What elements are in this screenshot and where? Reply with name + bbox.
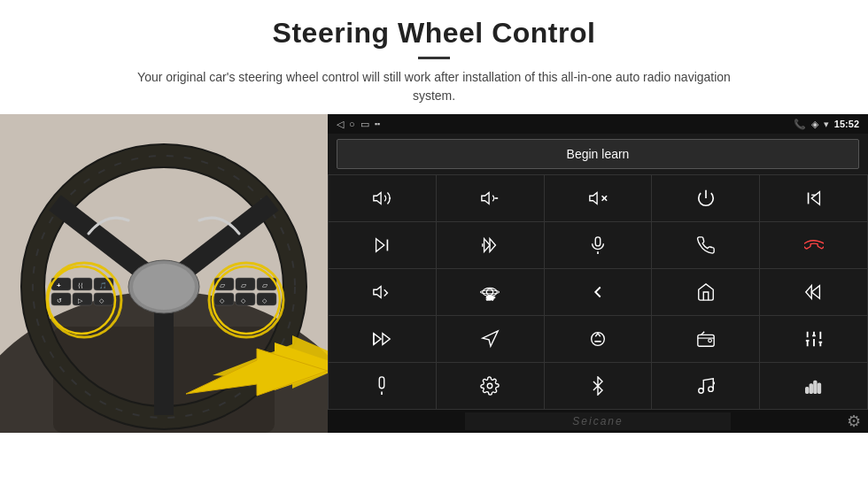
horn-button[interactable] <box>329 269 436 315</box>
next-track-button[interactable] <box>329 222 436 268</box>
settings2-icon <box>480 376 500 396</box>
svg-text:▱: ▱ <box>241 281 247 289</box>
spectrum-icon <box>804 376 824 396</box>
navigate-icon <box>480 329 500 349</box>
svg-rect-91 <box>818 384 820 394</box>
hang-up-button[interactable] <box>760 222 867 268</box>
svg-point-69 <box>592 333 605 346</box>
svg-rect-29 <box>236 293 255 305</box>
hang-up-icon <box>804 235 824 255</box>
mute-button[interactable] <box>545 175 652 221</box>
svg-rect-90 <box>814 381 817 394</box>
svg-rect-31 <box>257 293 276 305</box>
phone-status-icon: 📞 <box>794 119 806 130</box>
svg-marker-63 <box>811 286 819 299</box>
svg-point-59 <box>487 289 493 296</box>
vol-up-button[interactable] <box>329 175 436 221</box>
seicane-watermark: Seicane <box>465 412 731 430</box>
svg-point-84 <box>487 384 492 389</box>
subtitle-text: Your original car's steering wheel contr… <box>124 68 744 105</box>
equalizer-icon <box>804 329 824 349</box>
svg-point-72 <box>709 339 712 343</box>
svg-point-85 <box>699 389 704 394</box>
music-icon <box>696 376 716 396</box>
navigate-button[interactable] <box>437 316 544 362</box>
mic-icon <box>588 235 608 255</box>
vol-down-button[interactable] <box>437 175 544 221</box>
svg-point-10 <box>133 264 195 310</box>
svg-text:🎵: 🎵 <box>99 281 107 289</box>
android-panel: ◁ ○ ▭ ▪▪ 📞 ◈ ▾ 15:52 Begin learn <box>328 114 868 433</box>
radio-button[interactable] <box>652 316 759 362</box>
svg-marker-54 <box>490 239 495 252</box>
bluetooth-button[interactable] <box>545 363 652 409</box>
page-wrapper: Steering Wheel Control Your original car… <box>0 0 868 485</box>
back-nav-icon[interactable]: ◁ <box>337 119 344 130</box>
svg-marker-68 <box>483 331 498 346</box>
svg-text:+: + <box>57 281 61 289</box>
svg-text:↺: ↺ <box>57 297 62 304</box>
fast-fwd-icon <box>372 329 391 349</box>
skip-prev-ff-button[interactable] <box>437 222 544 268</box>
clock-display: 15:52 <box>834 119 859 129</box>
svg-rect-17 <box>94 293 113 305</box>
home-nav-icon[interactable]: ○ <box>349 119 355 129</box>
svg-rect-88 <box>805 388 808 393</box>
mic2-button[interactable] <box>329 363 436 409</box>
svg-text:360°: 360° <box>487 297 496 302</box>
settings2-button[interactable] <box>437 363 544 409</box>
power-button[interactable] <box>652 175 759 221</box>
prev-end-button[interactable] <box>760 175 867 221</box>
eject-button[interactable] <box>545 316 652 362</box>
page-title: Steering Wheel Control <box>53 16 815 50</box>
recents-nav-icon[interactable]: ▭ <box>360 119 369 130</box>
content-row: + ↺ ⟨⟨ ▷ 🎵 ◇ ▱ ◇ ▱ <box>0 114 868 485</box>
home-button[interactable] <box>652 269 759 315</box>
mic-button[interactable] <box>545 222 652 268</box>
radio-icon <box>696 329 716 349</box>
svg-marker-51 <box>376 239 384 252</box>
gear-settings-button[interactable]: ⚙ <box>847 412 861 430</box>
location-status-icon: ◈ <box>811 119 818 130</box>
svg-text:▱: ▱ <box>220 281 226 289</box>
skip-prev2-icon <box>804 282 824 302</box>
svg-marker-67 <box>374 334 381 345</box>
equalizer-button[interactable] <box>760 316 867 362</box>
svg-marker-45 <box>590 193 597 204</box>
steering-wheel-image: + ↺ ⟨⟨ ▷ 🎵 ◇ ▱ ◇ ▱ <box>0 114 328 433</box>
cam360-button[interactable]: 360° <box>437 269 544 315</box>
svg-text:▱: ▱ <box>262 281 268 289</box>
vol-up-icon <box>372 189 391 208</box>
power-icon <box>696 189 716 208</box>
spectrum-button[interactable] <box>760 363 867 409</box>
svg-rect-15 <box>73 293 92 305</box>
phone-call-button[interactable] <box>652 222 759 268</box>
svg-rect-27 <box>214 293 234 305</box>
svg-rect-56 <box>595 237 601 246</box>
back-arrow-icon <box>588 282 608 302</box>
svg-marker-43 <box>482 193 489 204</box>
eject-icon <box>588 329 608 349</box>
statusbar-left: ◁ ○ ▭ ▪▪ <box>337 119 380 130</box>
begin-learn-button[interactable]: Begin learn <box>337 139 859 169</box>
back-arrow-button[interactable] <box>545 269 652 315</box>
mute-icon <box>588 189 608 208</box>
next-track-icon <box>372 235 391 255</box>
skip-ff-icon <box>480 235 500 255</box>
controls-grid: 360° <box>328 174 868 410</box>
svg-marker-58 <box>374 287 381 298</box>
svg-point-86 <box>709 387 714 392</box>
prev-end-icon <box>804 189 824 208</box>
wifi-status-icon: ▾ <box>824 119 829 130</box>
fast-fwd-button[interactable] <box>329 316 436 362</box>
vol-down-icon <box>480 189 500 208</box>
svg-marker-49 <box>811 192 819 205</box>
skip-prev2-button[interactable] <box>760 269 867 315</box>
mic2-icon <box>372 376 391 396</box>
home-icon <box>696 282 716 302</box>
header-section: Steering Wheel Control Your original car… <box>0 0 868 114</box>
horn-icon <box>372 282 391 302</box>
title-divider <box>418 57 450 59</box>
music-button[interactable] <box>652 363 759 409</box>
begin-learn-row: Begin learn <box>328 134 868 174</box>
